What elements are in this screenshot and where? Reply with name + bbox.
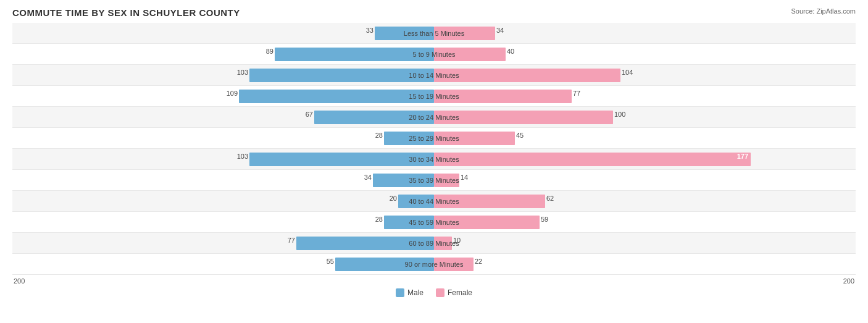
male-bar: 103 <box>249 153 434 166</box>
left-section: 28 <box>12 128 434 148</box>
right-section: 77 <box>434 86 856 106</box>
female-value: 100 <box>614 111 625 118</box>
male-bar: 34 <box>373 174 434 187</box>
female-value: 14 <box>461 174 468 181</box>
male-value: 77 <box>288 237 295 244</box>
left-section: 34 <box>12 170 434 190</box>
female-value: 10 <box>453 237 461 244</box>
female-color-box <box>436 288 444 297</box>
bar-row: 206240 to 44 Minutes <box>12 191 856 212</box>
female-value-inside: 177 <box>737 153 748 160</box>
chart-area: 3334Less than 5 Minutes89405 to 9 Minute… <box>12 23 856 275</box>
female-bar: 100 <box>434 111 613 124</box>
male-value: 103 <box>237 153 248 160</box>
left-section: 55 <box>12 254 434 274</box>
legend-male: Male <box>396 288 424 297</box>
left-section: 103 <box>12 65 434 85</box>
bar-row: 284525 to 29 Minutes <box>12 128 856 149</box>
male-value: 67 <box>306 111 313 118</box>
bar-row: 89405 to 9 Minutes <box>12 44 856 65</box>
female-bar: 22 <box>434 258 474 271</box>
bar-row: 771060 to 89 Minutes <box>12 233 856 254</box>
male-value: 34 <box>364 174 372 181</box>
axis-right: 200 <box>843 277 854 285</box>
left-section: 103 <box>12 149 434 169</box>
male-bar: 67 <box>314 111 434 124</box>
male-bar: 109 <box>239 90 434 103</box>
male-value: 103 <box>237 69 248 76</box>
female-value: 77 <box>573 90 580 97</box>
left-section: 109 <box>12 86 434 106</box>
axis-left: 200 <box>14 277 25 285</box>
female-value: 22 <box>475 258 482 265</box>
bar-row: 552290 or more Minutes <box>12 254 856 275</box>
female-bar: 40 <box>434 48 506 61</box>
female-bar: 177 <box>434 153 751 166</box>
right-section: 62 <box>434 191 856 211</box>
legend: Male Female <box>12 288 856 297</box>
source-text: Source: ZipAtlas.com <box>791 7 856 15</box>
left-section: 28 <box>12 212 434 232</box>
female-bar: 10 <box>434 237 452 250</box>
female-bar: 104 <box>434 69 620 82</box>
bar-row: 1097715 to 19 Minutes <box>12 86 856 107</box>
male-value: 28 <box>375 216 383 223</box>
right-section: 104 <box>434 65 856 85</box>
male-value: 109 <box>227 90 238 97</box>
female-bar: 77 <box>434 90 572 103</box>
right-section: 100 <box>434 107 856 127</box>
female-label: Female <box>448 288 472 297</box>
bar-row: 285945 to 59 Minutes <box>12 212 856 233</box>
bar-row: 341435 to 39 Minutes <box>12 170 856 191</box>
male-bar: 28 <box>384 216 434 229</box>
chart-container: COMMUTE TIME BY SEX IN SCHUYLER COUNTY S… <box>0 0 868 323</box>
female-value: 104 <box>622 69 633 76</box>
male-label: Male <box>407 288 424 297</box>
right-section: 40 <box>434 44 856 64</box>
left-section: 89 <box>12 44 434 64</box>
left-section: 20 <box>12 191 434 211</box>
right-section: 34 <box>434 23 856 43</box>
female-value: 45 <box>516 132 524 139</box>
female-value: 59 <box>541 216 548 223</box>
male-bar: 33 <box>375 27 434 40</box>
bar-row: 6710020 to 24 Minutes <box>12 107 856 128</box>
left-section: 67 <box>12 107 434 127</box>
female-bar: 45 <box>434 132 515 145</box>
male-value: 55 <box>327 258 334 265</box>
female-value: 34 <box>496 27 504 34</box>
male-bar: 77 <box>296 237 434 250</box>
male-color-box <box>396 288 404 297</box>
right-section: 59 <box>434 212 856 232</box>
male-bar: 20 <box>398 195 434 208</box>
right-section: 14 <box>434 170 856 190</box>
male-bar: 103 <box>249 69 434 82</box>
left-section: 77 <box>12 233 434 253</box>
bar-row: 3334Less than 5 Minutes <box>12 23 856 44</box>
left-section: 33 <box>12 23 434 43</box>
bar-row: 10317730 to 34 Minutes <box>12 149 856 170</box>
male-value: 20 <box>390 195 397 202</box>
chart-title: COMMUTE TIME BY SEX IN SCHUYLER COUNTY <box>12 7 856 18</box>
legend-female: Female <box>436 288 472 297</box>
male-bar: 55 <box>335 258 434 271</box>
right-section: 10 <box>434 233 856 253</box>
female-value: 62 <box>546 195 554 202</box>
female-bar: 59 <box>434 216 540 229</box>
male-value: 89 <box>266 48 273 55</box>
axis-labels: 200 200 <box>12 277 856 285</box>
male-bar: 28 <box>384 132 434 145</box>
female-value: 40 <box>507 48 514 55</box>
male-value: 28 <box>375 132 383 139</box>
right-section: 177 <box>434 149 856 169</box>
female-bar: 62 <box>434 195 545 208</box>
male-bar: 89 <box>275 48 434 61</box>
right-section: 45 <box>434 128 856 148</box>
female-bar: 34 <box>434 27 495 40</box>
right-section: 22 <box>434 254 856 274</box>
male-value: 33 <box>366 27 373 34</box>
female-bar: 14 <box>434 174 459 187</box>
bar-row: 10310410 to 14 Minutes <box>12 65 856 86</box>
